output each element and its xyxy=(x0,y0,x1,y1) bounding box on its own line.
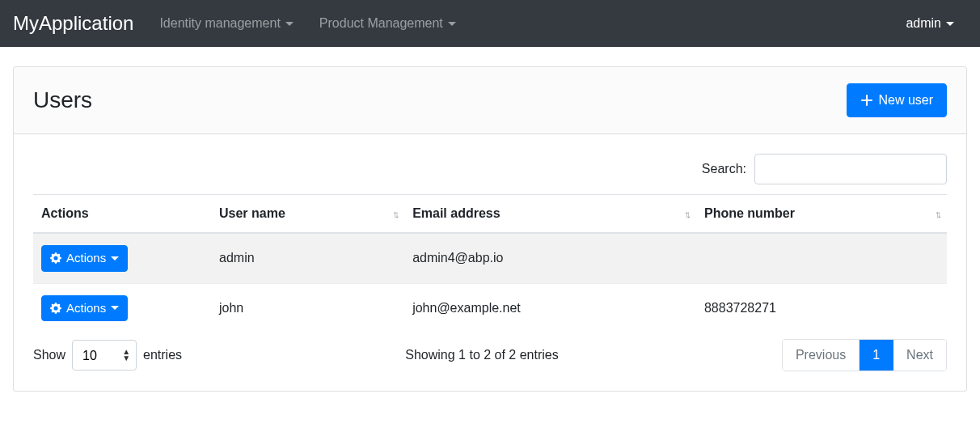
table-row: Actions admin admin4@abp.io xyxy=(33,233,947,283)
caret-down-icon xyxy=(448,22,456,26)
user-menu[interactable]: admin xyxy=(893,10,967,37)
search-input[interactable] xyxy=(754,154,947,184)
table-info: Showing 1 to 2 of 2 entries xyxy=(405,348,558,362)
gear-icon xyxy=(50,252,61,264)
sort-icon: ↑↓ xyxy=(392,208,396,220)
cell-email: admin4@abp.io xyxy=(404,233,696,283)
col-username[interactable]: User name ↑↓ xyxy=(211,195,404,234)
cell-email: john@example.net xyxy=(404,283,696,332)
col-actions: Actions xyxy=(33,195,211,234)
table-row: Actions john john@example.net 8883728271 xyxy=(33,283,947,332)
pagination: Previous 1 Next xyxy=(782,339,947,371)
plus-icon xyxy=(860,94,873,107)
new-user-button-label: New user xyxy=(878,91,933,110)
table-footer: Show 10 ▲▼ entries Showing 1 to 2 of 2 e… xyxy=(33,339,947,371)
cell-username: admin xyxy=(211,233,404,283)
col-email[interactable]: Email address ↑↓ xyxy=(404,195,696,234)
nav-menu-identity[interactable]: Identity management xyxy=(146,10,306,37)
caret-down-icon xyxy=(285,22,294,26)
caret-down-icon xyxy=(111,256,119,260)
users-card: Users New user Search: Actions U xyxy=(13,66,967,392)
main-container: Users New user Search: Actions U xyxy=(0,47,980,411)
navbar: MyApplication Identity management Produc… xyxy=(0,0,980,47)
nav-menu-label: Product Management xyxy=(319,16,443,31)
caret-down-icon xyxy=(111,306,119,310)
page-title: Users xyxy=(33,87,92,113)
gear-icon xyxy=(50,303,61,314)
nav-menu-product[interactable]: Product Management xyxy=(306,10,469,37)
navbar-right: admin xyxy=(893,10,967,37)
card-header: Users New user xyxy=(14,67,966,134)
row-actions-label: Actions xyxy=(66,249,106,268)
col-phone[interactable]: Phone number ↑↓ xyxy=(696,195,947,234)
search-label: Search: xyxy=(702,162,746,176)
sort-icon: ↑↓ xyxy=(684,208,688,220)
users-table: Actions User name ↑↓ Email address ↑↓ Ph… xyxy=(33,194,947,332)
page-size-select[interactable]: 10 xyxy=(72,340,137,371)
search-row: Search: xyxy=(33,154,947,184)
row-actions-button[interactable]: Actions xyxy=(41,245,128,272)
app-brand[interactable]: MyApplication xyxy=(13,12,133,35)
page-number[interactable]: 1 xyxy=(860,340,893,371)
cell-phone xyxy=(696,233,947,283)
caret-down-icon xyxy=(946,22,954,26)
nav-menu-label: Identity management xyxy=(159,16,280,31)
page-previous[interactable]: Previous xyxy=(783,340,860,371)
cell-username: john xyxy=(211,283,404,332)
cell-phone: 8883728271 xyxy=(696,283,947,332)
new-user-button[interactable]: New user xyxy=(847,83,947,117)
page-next[interactable]: Next xyxy=(893,340,946,371)
entries-label: entries xyxy=(143,348,182,362)
user-menu-label: admin xyxy=(906,16,941,31)
show-label: Show xyxy=(33,348,65,362)
navbar-menus: Identity management Product Management xyxy=(146,10,893,37)
sort-icon: ↑↓ xyxy=(935,208,939,220)
card-body: Search: Actions User name ↑↓ Email xyxy=(14,134,966,391)
length-control: Show 10 ▲▼ entries xyxy=(33,340,182,371)
row-actions-button[interactable]: Actions xyxy=(41,295,128,322)
row-actions-label: Actions xyxy=(66,299,106,318)
